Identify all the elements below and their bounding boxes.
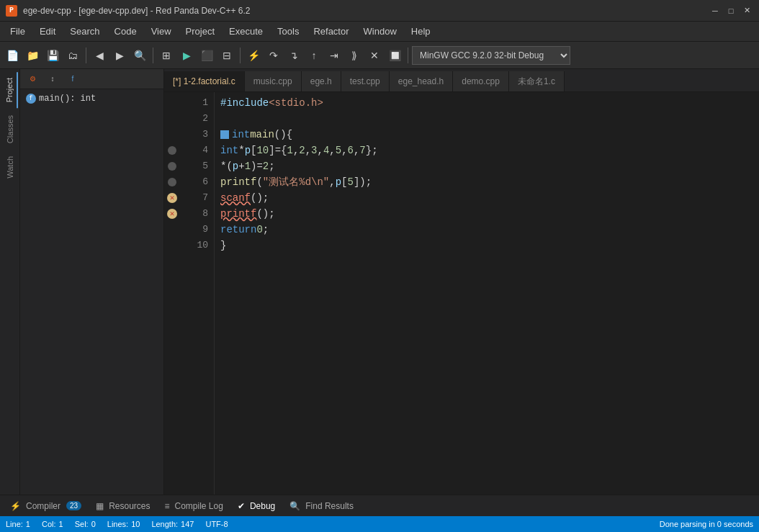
breakpoint-line-8[interactable]: ✕	[166, 206, 179, 222]
app-icon: P	[6, 5, 17, 17]
bottom-tab-debug[interactable]: ✔Debug	[230, 498, 282, 514]
line-num-7: 7	[186, 190, 208, 206]
sel-val: 0	[91, 520, 96, 528]
menu-item-edit[interactable]: Edit	[32, 23, 63, 40]
compile-run-button[interactable]: ⊟	[217, 46, 236, 65]
code-line-8: printf();	[220, 206, 753, 222]
col-label: Col:	[42, 520, 56, 528]
breakpoint-line-5[interactable]	[166, 158, 179, 174]
breakpoint-line-3[interactable]	[166, 127, 179, 143]
minimize-button[interactable]: ─	[709, 4, 722, 17]
menu-item-window[interactable]: Window	[356, 23, 404, 40]
line-label: Line:	[6, 520, 23, 528]
breakpoint-line-7[interactable]: ✕	[166, 190, 179, 206]
breakpoint-line-1[interactable]	[166, 95, 179, 111]
tab-ege-h[interactable]: ege.h	[302, 71, 341, 91]
line-num-5: 5	[186, 158, 208, 174]
step-into-button[interactable]: ↴	[284, 46, 303, 65]
symbol-btn-3[interactable]: f	[63, 70, 82, 89]
menu-item-file[interactable]: File	[3, 23, 32, 40]
continue-button[interactable]: ⟫	[345, 46, 364, 65]
line-num-10: 10	[186, 238, 208, 253]
sidebar-tab-project[interactable]: Project	[2, 72, 18, 108]
bottom-tab-compile-log[interactable]: ≡Compile Log	[158, 498, 230, 514]
debug-panel-button[interactable]: 🔲	[385, 46, 404, 65]
bottom-tab-compiler[interactable]: ⚡Compiler23	[3, 498, 89, 514]
line-num-6: 6	[186, 174, 208, 190]
stop-button[interactable]: ⬛	[197, 46, 216, 65]
new-button[interactable]: 📄	[3, 46, 22, 65]
line-num-2: 2	[186, 111, 208, 127]
tab-music-cpp[interactable]: music.cpp	[245, 71, 302, 91]
save-button[interactable]: 💾	[43, 46, 62, 65]
status-length: Length: 147	[151, 520, 194, 528]
compile log-icon: ≡	[165, 501, 170, 511]
title-bar: P ege-dev-cpp - [ege-dev-cpp.dev] - Red …	[0, 0, 759, 22]
menu-item-tools[interactable]: Tools	[270, 23, 306, 40]
compiler-badge: 23	[66, 501, 81, 510]
code-line-2	[220, 111, 753, 127]
code-content[interactable]: #include <stdio.h> int main(){ int *p[10…	[215, 92, 759, 495]
bp-dot-grey	[168, 178, 176, 186]
menu-item-code[interactable]: Code	[107, 23, 144, 40]
tab----1-c[interactable]: 未命名1.c	[509, 71, 565, 91]
resources-label: Resources	[109, 501, 150, 511]
sidebar-tab-watch[interactable]: Watch	[3, 150, 17, 184]
forward-button[interactable]: ▶	[110, 46, 129, 65]
symbol-btn-1[interactable]: ⚙	[23, 70, 42, 89]
encoding-val: UTF-8	[205, 520, 228, 528]
step-out-button[interactable]: ↑	[305, 46, 323, 65]
menu-item-search[interactable]: Search	[63, 23, 107, 40]
run-button[interactable]: ▶	[177, 46, 196, 65]
debug-label: Debug	[250, 501, 275, 511]
menu-item-view[interactable]: View	[144, 23, 179, 40]
tab-test-cpp[interactable]: test.cpp	[341, 71, 390, 91]
debug-stop-button[interactable]: ✕	[365, 46, 384, 65]
save-all-button[interactable]: 🗂	[63, 46, 82, 65]
code-editor[interactable]: ✕✕ 12345678910 #include <stdio.h> int ma…	[164, 92, 759, 495]
bottom-tab-resources[interactable]: ▦Resources	[89, 498, 157, 514]
compile-button[interactable]: ⊞	[157, 46, 176, 65]
sidebar-tab-classes[interactable]: Classes	[3, 109, 17, 149]
tab-demo-cpp[interactable]: demo.cpp	[453, 71, 509, 91]
breakpoint-line-2[interactable]	[166, 111, 179, 127]
toolbar-separator-3	[240, 48, 241, 63]
menu-item-project[interactable]: Project	[179, 23, 222, 40]
editor-area: [*] 1-2.factorial.cmusic.cppege.htest.cp…	[164, 69, 759, 495]
breakpoint-line-6[interactable]	[166, 174, 179, 190]
debug-start-button[interactable]: ⚡	[244, 46, 263, 65]
bp-dot-error: ✕	[167, 193, 177, 203]
menu-item-execute[interactable]: Execute	[222, 23, 270, 40]
step-over-button[interactable]: ↷	[264, 46, 283, 65]
find results-icon: 🔍	[289, 501, 300, 511]
menu-item-help[interactable]: Help	[404, 23, 438, 40]
line-val: 1	[26, 520, 30, 528]
tab-----1-2-factorial-c[interactable]: [*] 1-2.factorial.c	[164, 71, 245, 91]
breakpoint-line-9[interactable]	[166, 222, 179, 238]
close-button[interactable]: ✕	[740, 4, 753, 17]
bottom-tab-find-results[interactable]: 🔍Find Results	[282, 498, 361, 514]
symbol-btn-2[interactable]: ↕	[43, 70, 62, 89]
line-num-9: 9	[186, 222, 208, 238]
tab-ege-head-h[interactable]: ege_head.h	[390, 71, 453, 91]
resources-icon: ▦	[96, 501, 104, 511]
breakpoint-line-10[interactable]	[166, 238, 179, 253]
line-numbers: 12345678910	[180, 92, 215, 495]
open-button[interactable]: 📁	[23, 46, 42, 65]
code-line-9: return 0;	[220, 222, 753, 238]
find results-label: Find Results	[305, 501, 354, 511]
status-encoding: UTF-8	[205, 520, 228, 528]
compiler-icon: ⚡	[10, 501, 21, 511]
function-name: main(): int	[39, 94, 96, 104]
code-line-3: int main(){	[220, 127, 753, 143]
compiler-select[interactable]: MinGW GCC 9.2.0 32-bit DebugMinGW GCC 9.…	[412, 46, 570, 65]
search-button[interactable]: 🔍	[130, 46, 149, 65]
run-to-cursor-button[interactable]: ⇥	[325, 46, 343, 65]
maximize-button[interactable]: □	[724, 4, 737, 17]
length-val: 147	[181, 520, 194, 528]
back-button[interactable]: ◀	[90, 46, 109, 65]
symbol-item-main[interactable]: f main(): int	[23, 92, 161, 105]
menu-item-refactor[interactable]: Refactor	[306, 23, 356, 40]
code-line-4: int *p[10]={1,2,3,4,5,6,7};	[220, 143, 753, 158]
breakpoint-line-4[interactable]	[166, 143, 179, 158]
